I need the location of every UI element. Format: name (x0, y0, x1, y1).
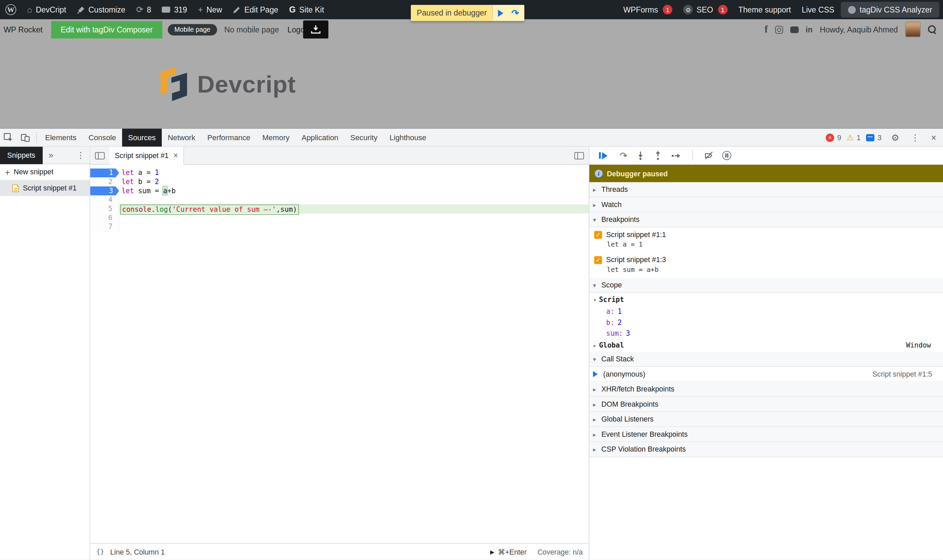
new-content-menu[interactable]: + New (192, 0, 228, 19)
seo-menu[interactable]: ⚙ SEO 1 (678, 0, 733, 19)
code-line[interactable]: let b = 2 (119, 177, 589, 186)
comments-menu[interactable]: 319 (157, 0, 192, 19)
section-watch[interactable]: ▸ Watch (589, 197, 943, 212)
toggle-navigator-icon[interactable] (95, 152, 105, 159)
section-event-listener-breakpoints[interactable]: ▸Event Listener Breakpoints (589, 427, 943, 442)
avatar[interactable] (905, 22, 921, 37)
tab-console[interactable]: Console (82, 128, 122, 146)
edit-page-menu[interactable]: Edit Page (228, 0, 284, 19)
line-number[interactable]: 2 (90, 177, 119, 186)
scope-variable-row[interactable]: sum:3 (589, 328, 943, 338)
editor-tab-script-snippet[interactable]: Script snippet #1 × (109, 146, 184, 165)
code-line[interactable]: let sum = a+b (119, 186, 589, 195)
step-over-button[interactable]: ↷ (620, 151, 627, 160)
section-call-stack[interactable]: ▾ Call Stack (589, 352, 943, 367)
issues-icon[interactable] (866, 134, 874, 141)
errors-icon[interactable]: × (826, 133, 834, 142)
device-toolbar-icon[interactable] (17, 128, 34, 146)
warnings-icon[interactable]: ⚠ (847, 134, 854, 141)
section-breakpoints[interactable]: ▾ Breakpoints (589, 212, 943, 228)
code-line[interactable] (119, 223, 589, 232)
tab-snippets[interactable]: Snippets (0, 146, 43, 164)
download-button[interactable] (303, 21, 328, 38)
deactivate-breakpoints-button[interactable] (704, 151, 713, 160)
execution-line[interactable]: console.log('Current value of sum —-',su… (119, 205, 589, 214)
breakpoint-checkbox[interactable]: ✓ (594, 231, 602, 238)
instagram-icon[interactable] (775, 26, 783, 34)
step-over-icon[interactable]: ↷ (511, 8, 519, 18)
scope-script-row[interactable]: ▾ Script (589, 293, 943, 306)
tab-security[interactable]: Security (345, 128, 384, 146)
tagdiv-css-analyzer-menu[interactable]: tagDiv CSS Analyzer (841, 2, 939, 17)
scope-global-row[interactable]: ▸ Global Window (589, 338, 943, 352)
step-button[interactable] (671, 151, 681, 160)
section-scope[interactable]: ▾ Scope (589, 278, 943, 293)
scope-variable-row[interactable]: a:1 (589, 306, 943, 317)
search-icon[interactable] (928, 25, 937, 34)
no-mobile-page-link[interactable]: No mobile page (224, 25, 279, 34)
site-name-menu[interactable]: ⌂ DevCript (22, 0, 72, 19)
snippet-list-item[interactable]: Script snippet #1 (0, 180, 89, 196)
settings-gear-icon[interactable]: ⚙ (887, 132, 903, 143)
call-stack-frame[interactable]: (anonymous) Script snippet #1:5 (589, 367, 943, 382)
breakpoint-entry[interactable]: ✓Script snippet #1:3let sum = a+b (589, 253, 943, 278)
site-kit-menu[interactable]: G Site Kit (284, 0, 329, 19)
tab-elements[interactable]: Elements (39, 128, 82, 146)
pause-on-exceptions-button[interactable] (723, 151, 732, 160)
breakpoint-marker[interactable]: 1 (90, 169, 119, 178)
breakpoint-checkbox[interactable]: ✓ (594, 256, 602, 264)
tab-network[interactable]: Network (162, 128, 201, 146)
section-global-listeners[interactable]: ▸Global Listeners (589, 412, 943, 427)
pretty-print-icon[interactable]: {} (96, 548, 105, 555)
line-number[interactable]: 6 (90, 214, 119, 223)
wp-rocket-menu[interactable]: WP Rocket (0, 25, 46, 34)
code-line[interactable]: let a = 1 (119, 169, 589, 178)
linkedin-icon[interactable]: in (806, 25, 813, 34)
resume-script-icon[interactable] (498, 9, 507, 17)
run-snippet-icon[interactable]: ▶ (490, 549, 494, 555)
resume-script-button[interactable] (599, 152, 611, 159)
line-number[interactable]: 5 (90, 205, 119, 214)
code-line[interactable] (119, 195, 589, 205)
updates-menu[interactable]: ⟳ 8 (131, 0, 157, 19)
mobile-page-badge[interactable]: Mobile page (168, 24, 217, 35)
scope-variable-row[interactable]: b:2 (589, 317, 943, 328)
howdy-menu[interactable]: Howdy, Aaquib Ahmed (820, 25, 898, 34)
tab-application[interactable]: Application (295, 128, 345, 146)
chat-icon[interactable] (790, 26, 798, 33)
download-icon (311, 25, 320, 34)
section-label: XHR/fetch Breakpoints (601, 385, 674, 394)
customize-menu[interactable]: Customize (72, 0, 131, 19)
kebab-menu-icon[interactable]: ⋮ (906, 132, 924, 143)
snippets-kebab-icon[interactable]: ⋮ (76, 150, 89, 160)
tab-memory[interactable]: Memory (256, 128, 295, 146)
code-line[interactable] (119, 214, 589, 223)
wpforms-menu[interactable]: WPForms 1 (618, 0, 678, 19)
line-number[interactable]: 7 (90, 223, 119, 232)
section-threads[interactable]: ▸ Threads (589, 182, 943, 198)
breakpoint-marker[interactable]: 3 (90, 186, 119, 195)
more-tabs-icon[interactable]: » (49, 150, 53, 160)
step-out-button[interactable] (654, 151, 662, 160)
step-into-button[interactable] (636, 151, 645, 160)
inspect-element-icon[interactable] (0, 128, 17, 146)
new-snippet-button[interactable]: + New snippet (0, 164, 89, 180)
line-number[interactable]: 4 (90, 195, 119, 205)
wp-logo-menu[interactable]: W (0, 0, 22, 19)
facebook-icon[interactable]: f (765, 24, 768, 35)
section-dom-breakpoints[interactable]: ▸DOM Breakpoints (589, 397, 943, 412)
breakpoint-entry[interactable]: ✓Script snippet #1:1let a = 1 (589, 227, 943, 253)
tab-sources[interactable]: Sources (122, 128, 162, 146)
live-css-menu[interactable]: Live CSS (797, 0, 840, 19)
tab-performance[interactable]: Performance (201, 128, 256, 146)
section-xhr-fetch-breakpoints[interactable]: ▸XHR/fetch Breakpoints (589, 382, 943, 397)
theme-support-menu[interactable]: Theme support (733, 0, 797, 19)
close-devtools-icon[interactable]: × (927, 132, 941, 143)
tagdiv-composer-button[interactable]: Edit with tagDiv Composer (51, 21, 163, 38)
section-csp-violation-breakpoints[interactable]: ▸CSP Violation Breakpoints (589, 442, 943, 457)
toggle-debugger-sidebar-icon[interactable] (574, 152, 584, 159)
close-tab-icon[interactable]: × (174, 151, 178, 160)
code-editor[interactable]: 1let a = 12let b = 23let sum = a+b45cons… (90, 165, 589, 543)
tab-lighthouse[interactable]: Lighthouse (384, 128, 433, 146)
wordpress-icon: W (5, 4, 16, 15)
